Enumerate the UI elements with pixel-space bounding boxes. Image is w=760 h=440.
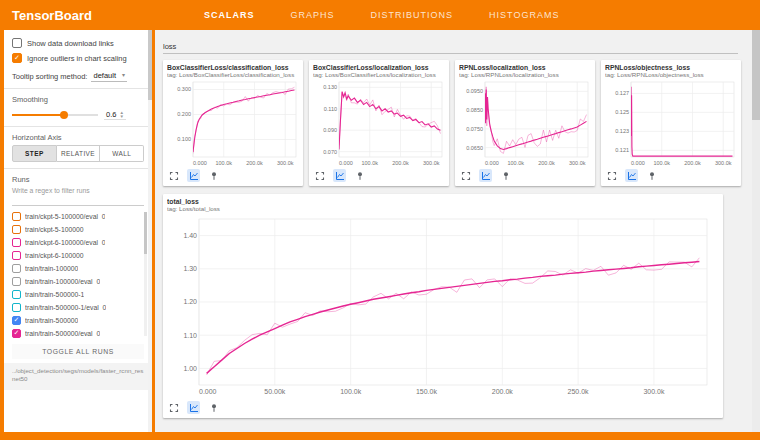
content: Show data download links ✓ Ignore outlie… <box>4 30 760 432</box>
run-row[interactable]: train/train-500000-1/eval_0 <box>12 301 142 314</box>
run-checkbox-icon[interactable]: ✓ <box>12 329 21 338</box>
smoothing-value[interactable]: 0.6 ▲▼ <box>104 110 126 120</box>
chart-plot[interactable]: 0.1300.1100.0900.0700.000100.0k200.0k300… <box>313 79 445 167</box>
svg-text:1.00: 1.00 <box>183 365 197 372</box>
svg-text:0.090: 0.090 <box>323 127 337 133</box>
run-row[interactable]: train/ckpt-5-100000/eval_0 <box>12 210 142 223</box>
fit-domain-icon[interactable] <box>187 401 200 414</box>
run-checkbox-icon[interactable] <box>12 238 21 247</box>
tooltip-sorting-row: Tooltip sorting method: default ▾ <box>12 70 144 82</box>
run-row[interactable]: train/train-500000-1 <box>12 288 142 301</box>
expand-icon[interactable] <box>313 169 326 182</box>
smoothing-label: Smoothing <box>12 95 144 104</box>
chart-plot[interactable]: 1.401.301.201.101.000.00050.00k100.0k150… <box>167 213 717 399</box>
run-checkbox-icon[interactable] <box>12 264 21 273</box>
chart-plot[interactable]: 0.09500.08500.07500.06500.000100.0k200.0… <box>459 79 591 167</box>
tooltip-sorting-dropdown[interactable]: default ▾ <box>91 70 127 82</box>
axis-step-button[interactable]: STEP <box>12 145 57 162</box>
checkbox-icon[interactable] <box>12 38 22 48</box>
run-row[interactable]: train/ckpt-5-100000 <box>12 223 142 236</box>
chart-plot[interactable]: 0.1270.1250.1230.1210.000100.0k200.0k300… <box>605 79 737 167</box>
svg-text:100.0k: 100.0k <box>507 160 524 166</box>
sidebar-scrollbar[interactable] <box>148 30 152 432</box>
svg-text:0.000: 0.000 <box>193 160 207 166</box>
svg-text:1.20: 1.20 <box>183 298 197 305</box>
chart-plot[interactable]: 0.3000.2000.1000.000100.0k200.0k300.0k <box>167 79 299 167</box>
tab-graphs[interactable]: GRAPHS <box>291 10 335 20</box>
expand-icon[interactable] <box>167 401 180 414</box>
run-row[interactable]: train/ckpt-6-100000 <box>12 249 142 262</box>
tag-filter-input[interactable] <box>163 40 738 54</box>
tooltip-sorting-value: default <box>93 71 116 80</box>
svg-text:0.0750: 0.0750 <box>466 126 483 132</box>
svg-text:0.0650: 0.0650 <box>466 145 483 151</box>
chart-toolbar <box>459 169 591 182</box>
runs-path: ../object_detection/segs/models/faster_r… <box>4 363 152 390</box>
run-checkbox-icon[interactable]: ✓ <box>12 316 21 325</box>
tab-histograms[interactable]: HISTOGRAMS <box>489 10 559 20</box>
svg-text:0.0950: 0.0950 <box>466 88 483 94</box>
runs-filter-caption: Write a regex to filter runs <box>12 187 144 194</box>
svg-text:0.0850: 0.0850 <box>466 107 483 113</box>
chart-tag: tag: Loss/BoxClassifierLoss/classificati… <box>167 71 299 78</box>
run-row[interactable]: train/ckpt-6-100000/eval_0 <box>12 236 142 249</box>
run-checkbox-icon[interactable] <box>12 251 21 260</box>
axis-relative-button[interactable]: RELATIVE <box>57 145 101 162</box>
show-download-links-checkbox[interactable]: Show data download links <box>12 38 144 48</box>
fit-domain-icon[interactable] <box>333 169 346 182</box>
horizontal-axis-label: Horizontal Axis <box>12 133 144 142</box>
ignore-outliers-checkbox[interactable]: ✓ Ignore outliers in chart scaling <box>12 53 144 63</box>
svg-text:0.070: 0.070 <box>323 149 337 155</box>
pin-icon[interactable] <box>499 169 512 182</box>
checkbox-icon[interactable]: ✓ <box>12 53 22 63</box>
chart-toolbar <box>605 169 737 182</box>
svg-text:200.0k: 200.0k <box>492 388 514 395</box>
fit-domain-icon[interactable] <box>479 169 492 182</box>
run-row[interactable]: ✓ train/train-500000/eval_0 <box>12 327 142 340</box>
svg-text:0.000: 0.000 <box>199 388 217 395</box>
stepper-icon[interactable]: ▲▼ <box>119 111 123 119</box>
axis-wall-button[interactable]: WALL <box>100 145 144 162</box>
run-row[interactable]: train/train-100000 <box>12 262 142 275</box>
expand-icon[interactable] <box>459 169 472 182</box>
chart-toolbar <box>313 169 445 182</box>
run-label: train/train-500000 <box>25 317 78 324</box>
runs-scrollbar[interactable] <box>144 212 147 336</box>
tensorboard-app: TensorBoard SCALARS GRAPHS DISTRIBUTIONS… <box>0 0 760 440</box>
runs-filter-input[interactable] <box>12 196 144 206</box>
svg-text:250.0k: 250.0k <box>568 388 590 395</box>
slider-handle[interactable] <box>60 111 68 119</box>
run-checkbox-icon[interactable] <box>12 290 21 299</box>
chart-card-total-loss: total_loss tag: Loss/total_loss 1.401.30… <box>163 194 723 418</box>
run-label: train/train-500000-1 <box>25 291 84 298</box>
tab-distributions[interactable]: DISTRIBUTIONS <box>371 10 454 20</box>
svg-text:200.0k: 200.0k <box>538 160 555 166</box>
pin-icon[interactable] <box>645 169 658 182</box>
pin-icon[interactable] <box>207 169 220 182</box>
vertical-scrollbar[interactable] <box>752 30 760 432</box>
toggle-all-runs-button[interactable]: TOGGLE ALL RUNS <box>12 344 144 359</box>
run-row[interactable]: ✓ train/train-500000 <box>12 314 142 327</box>
fit-domain-icon[interactable] <box>187 169 200 182</box>
expand-icon[interactable] <box>605 169 618 182</box>
chart-card-rpn-localization-loss: RPNLoss/localization_loss tag: Loss/RPNL… <box>455 60 595 186</box>
pin-icon[interactable] <box>207 401 220 414</box>
chart-title: BoxClassifierLoss/classification_loss <box>167 64 299 71</box>
runs-label: Runs <box>12 175 144 184</box>
fit-domain-icon[interactable] <box>625 169 638 182</box>
smoothing-slider[interactable] <box>12 110 98 120</box>
run-checkbox-icon[interactable] <box>12 303 21 312</box>
svg-text:0.000: 0.000 <box>339 160 353 166</box>
chart-tag: tag: Loss/RPNLoss/objectness_loss <box>605 71 737 78</box>
run-checkbox-icon[interactable] <box>12 212 21 221</box>
run-row[interactable]: train/train-100000/eval_0 <box>12 275 142 288</box>
chart-tag: tag: Loss/RPNLoss/localization_loss <box>459 71 591 78</box>
checkbox-label: Show data download links <box>27 39 114 48</box>
run-checkbox-icon[interactable] <box>12 277 21 286</box>
pin-icon[interactable] <box>353 169 366 182</box>
svg-text:100.0k: 100.0k <box>361 160 378 166</box>
expand-icon[interactable] <box>167 169 180 182</box>
chart-title: BoxClassifierLoss/localization_loss <box>313 64 445 71</box>
run-checkbox-icon[interactable] <box>12 225 21 234</box>
tab-scalars[interactable]: SCALARS <box>204 10 255 20</box>
